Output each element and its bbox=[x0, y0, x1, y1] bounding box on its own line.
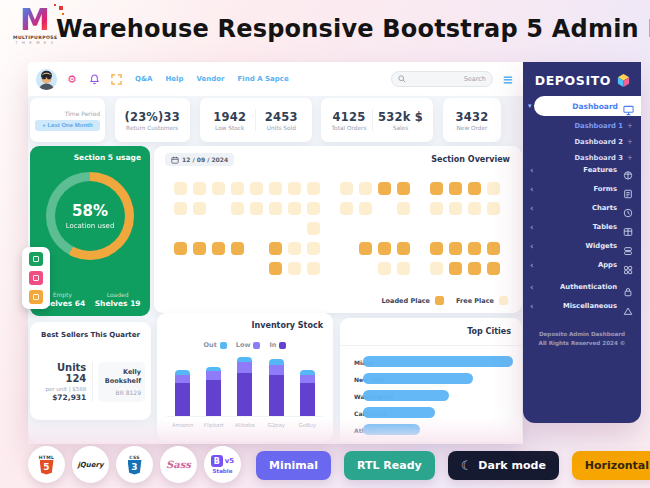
date-picker[interactable]: 12 / 09 / 2024 bbox=[165, 153, 234, 166]
grid-cell-free[interactable] bbox=[397, 262, 410, 275]
legend-label: Loaded Place bbox=[381, 297, 430, 305]
city-row-california: California bbox=[354, 405, 510, 422]
grid-cell-loaded[interactable] bbox=[487, 242, 500, 255]
overview-legend: Loaded PlaceFree Place bbox=[381, 296, 508, 305]
grid-cell-loaded[interactable] bbox=[449, 242, 462, 255]
grid-cell-loaded[interactable] bbox=[487, 262, 500, 275]
stat-card-return-customers: (23%)33Return Customers bbox=[115, 98, 190, 142]
grid-cell-free[interactable] bbox=[193, 202, 206, 215]
shelves-label: Loaded bbox=[95, 291, 141, 298]
avatar[interactable] bbox=[36, 69, 57, 90]
grid-cell-loaded[interactable] bbox=[430, 182, 443, 195]
grid-cell-free[interactable] bbox=[307, 222, 320, 235]
nav-link-vendor[interactable]: Vendor bbox=[197, 75, 225, 83]
nav-link-help[interactable]: Help bbox=[165, 75, 183, 83]
grid-cell-free[interactable] bbox=[340, 182, 353, 195]
nav-link-find-a-sapce[interactable]: Find A Sapce bbox=[238, 75, 289, 83]
grid-cell-free[interactable] bbox=[430, 262, 443, 275]
sidebar-logo[interactable]: DEPOSITO bbox=[523, 73, 631, 88]
last-one-month-button[interactable]: + Last One Month bbox=[35, 120, 100, 131]
grid-cell-free[interactable] bbox=[359, 182, 372, 195]
grid-cell-loaded[interactable] bbox=[269, 262, 282, 275]
sidebar-item-charts[interactable]: ‹Charts bbox=[523, 200, 641, 216]
rtl-ready-button[interactable]: RTL Ready bbox=[344, 451, 435, 480]
grid-cell-free[interactable] bbox=[378, 262, 391, 275]
grid-cell-free[interactable] bbox=[340, 202, 353, 215]
grid-cell-loaded[interactable] bbox=[212, 242, 225, 255]
grid-cell-free[interactable] bbox=[397, 202, 410, 215]
grid-cell-free[interactable] bbox=[307, 202, 320, 215]
grid-cell-free[interactable] bbox=[307, 182, 320, 195]
grid-cell-free[interactable] bbox=[487, 182, 500, 195]
sidebar-item-tables[interactable]: ‹Tables bbox=[523, 219, 641, 235]
grid-cell-loaded[interactable] bbox=[468, 182, 481, 195]
grid-cell-free[interactable] bbox=[307, 262, 320, 275]
grid-cell-free[interactable] bbox=[288, 182, 301, 195]
grid-cell-loaded[interactable] bbox=[397, 182, 410, 195]
sidebar-item-dashboard-2[interactable]: Dashboard 2+ bbox=[523, 135, 641, 148]
grid-cell-free[interactable] bbox=[174, 182, 187, 195]
grid-cell-free[interactable] bbox=[269, 182, 282, 195]
grid-cell-free[interactable] bbox=[288, 202, 301, 215]
nav-link-q-a[interactable]: Q&A bbox=[135, 75, 152, 83]
fullscreen-icon[interactable] bbox=[109, 72, 123, 86]
grid-cell-loaded[interactable] bbox=[174, 242, 187, 255]
grid-cell-free[interactable] bbox=[269, 202, 282, 215]
badge-bootstrap[interactable]: Bv5Stable bbox=[204, 446, 241, 483]
sidebar-item-features[interactable]: ‹Features bbox=[523, 162, 641, 178]
grid-cell-free[interactable] bbox=[307, 242, 320, 255]
sidebar-item-miscellaneous[interactable]: ‹Miscellaneous bbox=[523, 298, 641, 314]
grid-cell-loaded[interactable] bbox=[269, 242, 282, 255]
grid-cell-free[interactable] bbox=[212, 182, 225, 195]
grid-cell-free[interactable] bbox=[288, 242, 301, 255]
sidebar-item-authentication[interactable]: ‹Authentication bbox=[523, 279, 641, 295]
sidebar-item-dashboard-1[interactable]: Dashboard 1+ bbox=[523, 119, 641, 132]
sidebar-item-forms[interactable]: ‹Forms bbox=[523, 181, 641, 197]
table-icon bbox=[623, 222, 633, 232]
dark-mode-button[interactable]: ☾Dark mode bbox=[448, 451, 559, 480]
grid-cell-free[interactable] bbox=[487, 202, 500, 215]
badge-css3[interactable]: CSS3 bbox=[116, 446, 153, 483]
grid-cell-free[interactable] bbox=[449, 202, 462, 215]
grid-cell-loaded[interactable] bbox=[193, 242, 206, 255]
grid-cell-free[interactable] bbox=[193, 182, 206, 195]
grid-cell-free[interactable] bbox=[231, 202, 244, 215]
grid-cell-loaded[interactable] bbox=[378, 242, 391, 255]
grid-cell-loaded[interactable] bbox=[231, 242, 244, 255]
search-input[interactable]: Search bbox=[391, 71, 493, 87]
theme-pink-icon[interactable] bbox=[29, 271, 43, 285]
badge-html5[interactable]: HTML5 bbox=[28, 446, 65, 483]
grid-cell-free[interactable] bbox=[174, 202, 187, 215]
grid-cell-loaded[interactable] bbox=[430, 242, 443, 255]
grid-cell-free[interactable] bbox=[359, 202, 372, 215]
footer-line: All Rights Reserved 2024 © bbox=[523, 339, 641, 348]
sidebar-item-widgets[interactable]: ‹Widgets bbox=[523, 238, 641, 254]
horizontal-button[interactable]: Horizontal bbox=[572, 451, 650, 480]
grid-cell-free[interactable] bbox=[288, 262, 301, 275]
grid-cell-loaded[interactable] bbox=[449, 262, 462, 275]
menu-icon[interactable]: ≡ bbox=[501, 72, 515, 86]
theme-orange-icon[interactable] bbox=[29, 290, 43, 304]
badge-sass[interactable]: Sass bbox=[160, 446, 197, 483]
grid-cell-loaded[interactable] bbox=[468, 242, 481, 255]
grid-cell-free[interactable] bbox=[250, 182, 263, 195]
grid-cell-free[interactable] bbox=[231, 182, 244, 195]
grid-cell-loaded[interactable] bbox=[468, 262, 481, 275]
grid-cell-free[interactable] bbox=[468, 202, 481, 215]
grid-cell-loaded[interactable] bbox=[359, 242, 372, 255]
settings-icon[interactable]: ⚙ bbox=[65, 72, 79, 86]
badge-jquery[interactable]: jQuery bbox=[72, 446, 109, 483]
minimal-button[interactable]: Minimal bbox=[256, 451, 331, 480]
theme-green-icon[interactable] bbox=[29, 252, 43, 266]
grid-cell-loaded[interactable] bbox=[397, 242, 410, 255]
grid-cell-free[interactable] bbox=[430, 202, 443, 215]
stat-label: Total Orders bbox=[332, 125, 367, 131]
grid-cell-loaded[interactable] bbox=[378, 182, 391, 195]
sidebar-item-dashboard[interactable]: ▾Dashboard bbox=[523, 96, 641, 116]
sidebar-item-apps[interactable]: ‹Apps bbox=[523, 257, 641, 273]
chevron-left-icon: ‹ bbox=[530, 223, 534, 232]
notifications-icon[interactable] bbox=[87, 72, 101, 86]
grid-cell-free[interactable] bbox=[250, 202, 263, 215]
grid-cell-loaded[interactable] bbox=[449, 182, 462, 195]
sidebar-item-label: Widgets bbox=[586, 242, 617, 250]
